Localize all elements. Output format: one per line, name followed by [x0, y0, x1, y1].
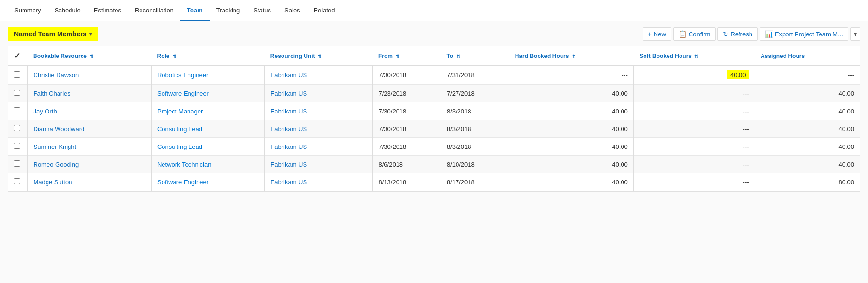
tab-schedule[interactable]: Schedule	[48, 1, 87, 21]
tab-summary[interactable]: Summary	[8, 1, 48, 21]
refresh-label: Refresh	[730, 31, 752, 38]
header-bookable-resource-label: Bookable Resource	[33, 53, 87, 59]
bookable-resource-link[interactable]: Faith Charles	[34, 90, 70, 97]
tab-team[interactable]: Team	[180, 1, 210, 21]
cell-soft-booked-hours: 40.00	[633, 66, 755, 85]
header-to[interactable]: To ⇅	[441, 46, 509, 66]
row-checkbox[interactable]	[8, 173, 27, 191]
section-title-text: Named Team Members	[14, 30, 86, 38]
soft-booked-highlight: 40.00	[727, 70, 749, 79]
cell-role: Robotics Engineer	[151, 66, 264, 85]
resourcing-unit-link[interactable]: Fabrikam US	[270, 143, 307, 150]
tab-related[interactable]: Related	[307, 1, 342, 21]
bookable-resource-link[interactable]: Madge Sutton	[34, 179, 72, 186]
checkbox-input[interactable]	[14, 71, 20, 78]
cell-soft-booked-hours: ---	[633, 102, 755, 120]
refresh-button[interactable]: ↻ Refresh	[717, 27, 758, 41]
resourcing-unit-link[interactable]: Fabrikam US	[270, 71, 307, 79]
cell-bookable-resource: Christie Dawson	[27, 66, 151, 85]
header-bookable-resource[interactable]: Bookable Resource ⇅	[27, 46, 151, 66]
header-hard-booked-hours-label: Hard Booked Hours	[515, 53, 569, 59]
table-row[interactable]: Dianna WoodwardConsulting LeadFabrikam U…	[8, 120, 860, 138]
confirm-icon: 📋	[679, 30, 687, 38]
bookable-resource-link[interactable]: Christie Dawson	[34, 71, 79, 79]
checkbox-input[interactable]	[14, 160, 20, 167]
cell-hard-booked-hours: 40.00	[509, 85, 634, 102]
named-team-members-title[interactable]: Named Team Members ▾	[8, 27, 98, 41]
resourcing-unit-link[interactable]: Fabrikam US	[270, 179, 307, 186]
bookable-resource-link[interactable]: Dianna Woodward	[34, 125, 85, 133]
bookable-resource-link[interactable]: Romeo Gooding	[34, 161, 79, 168]
header-role[interactable]: Role ⇅	[151, 46, 264, 66]
table-row[interactable]: Madge SuttonSoftware EngineerFabrikam US…	[8, 173, 860, 191]
table-row[interactable]: Christie DawsonRobotics EngineerFabrikam…	[8, 66, 860, 85]
cell-bookable-resource: Jay Orth	[27, 102, 151, 120]
app-container: SummaryScheduleEstimatesReconciliationTe…	[0, 0, 868, 283]
header-soft-booked-hours[interactable]: Soft Booked Hours ⇅	[633, 46, 755, 66]
header-from-label: From	[378, 53, 393, 59]
table-row[interactable]: Romeo GoodingNetwork TechnicianFabrikam …	[8, 156, 860, 173]
header-to-label: To	[446, 53, 453, 59]
cell-role: Network Technician	[151, 156, 264, 173]
checkbox-input[interactable]	[14, 90, 20, 96]
header-resourcing-unit-label: Resourcing Unit	[270, 53, 315, 59]
team-members-table: ✓ Bookable Resource ⇅ Role ⇅ Resourcing …	[8, 46, 860, 191]
header-from[interactable]: From ⇅	[373, 46, 441, 66]
cell-resourcing-unit: Fabrikam US	[265, 138, 373, 156]
tab-status[interactable]: Status	[246, 1, 278, 21]
header-hard-booked-hours[interactable]: Hard Booked Hours ⇅	[509, 46, 634, 66]
checkbox-input[interactable]	[14, 107, 20, 113]
bookable-resource-link[interactable]: Jay Orth	[34, 108, 57, 115]
tab-estimates[interactable]: Estimates	[87, 1, 128, 21]
table-row[interactable]: Summer KnightConsulting LeadFabrikam US7…	[8, 138, 860, 156]
header-checkbox[interactable]: ✓	[8, 46, 27, 66]
tab-tracking[interactable]: Tracking	[210, 1, 246, 21]
cell-role: Consulting Lead	[151, 120, 264, 138]
sort-assigned-hours-icon: ↑	[808, 54, 810, 59]
cell-bookable-resource: Romeo Gooding	[27, 156, 151, 173]
main-content: Named Team Members ▾ + New 📋 Confirm ↻ R…	[0, 21, 868, 283]
export-label: Export Project Team M...	[775, 31, 843, 38]
cell-resourcing-unit: Fabrikam US	[265, 173, 373, 191]
resourcing-unit-link[interactable]: Fabrikam US	[270, 161, 307, 168]
checkbox-input[interactable]	[14, 178, 20, 184]
header-resourcing-unit[interactable]: Resourcing Unit ⇅	[265, 46, 373, 66]
row-checkbox[interactable]	[8, 85, 27, 102]
export-button[interactable]: 📊 Export Project Team M...	[760, 27, 848, 41]
cell-from: 7/30/2018	[373, 66, 441, 85]
toolbar-right: + New 📋 Confirm ↻ Refresh 📊 Export Proje…	[643, 27, 860, 41]
bookable-resource-link[interactable]: Summer Knight	[34, 143, 77, 150]
cell-resourcing-unit: Fabrikam US	[265, 102, 373, 120]
header-assigned-hours-label: Assigned Hours	[761, 53, 805, 59]
row-checkbox[interactable]	[8, 66, 27, 85]
checkbox-input[interactable]	[14, 125, 20, 131]
cell-from: 7/30/2018	[373, 138, 441, 156]
toolbar-more-button[interactable]: ▾	[850, 27, 860, 41]
resourcing-unit-link[interactable]: Fabrikam US	[270, 108, 307, 115]
tab-reconciliation[interactable]: Reconciliation	[128, 1, 180, 21]
new-button[interactable]: + New	[643, 27, 671, 41]
cell-soft-booked-hours: ---	[633, 138, 755, 156]
table-row[interactable]: Faith CharlesSoftware EngineerFabrikam U…	[8, 85, 860, 102]
resourcing-unit-link[interactable]: Fabrikam US	[270, 90, 307, 97]
checkbox-input[interactable]	[14, 143, 20, 149]
table-header-row: ✓ Bookable Resource ⇅ Role ⇅ Resourcing …	[8, 46, 860, 66]
row-checkbox[interactable]	[8, 138, 27, 156]
cell-soft-booked-hours: ---	[633, 173, 755, 191]
row-checkbox[interactable]	[8, 120, 27, 138]
cell-bookable-resource: Summer Knight	[27, 138, 151, 156]
cell-from: 8/6/2018	[373, 156, 441, 173]
toolbar-more-icon: ▾	[854, 30, 857, 38]
row-checkbox[interactable]	[8, 102, 27, 120]
tab-sales[interactable]: Sales	[278, 1, 307, 21]
resourcing-unit-link[interactable]: Fabrikam US	[270, 125, 307, 133]
cell-assigned-hours: 40.00	[755, 102, 860, 120]
confirm-button[interactable]: 📋 Confirm	[673, 27, 716, 41]
cell-to: 7/31/2018	[441, 66, 509, 85]
header-assigned-hours[interactable]: Assigned Hours ↑	[755, 46, 860, 66]
table-row[interactable]: Jay OrthProject ManagerFabrikam US7/30/2…	[8, 102, 860, 120]
cell-soft-booked-hours: ---	[633, 156, 755, 173]
row-checkbox[interactable]	[8, 156, 27, 173]
refresh-icon: ↻	[723, 30, 728, 38]
cell-hard-booked-hours: 40.00	[509, 120, 634, 138]
